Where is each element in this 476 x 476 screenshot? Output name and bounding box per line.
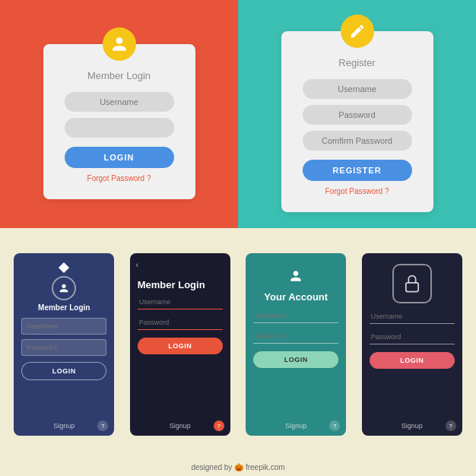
mini-login-btn-4[interactable]: LOGIN (370, 352, 455, 369)
mini-title-2: Member Login (138, 279, 223, 290)
mini-password-4[interactable] (370, 330, 455, 344)
lock-icon (401, 273, 423, 294)
bottom-section: Member Login LOGIN Signup ? ‹ Member Log… (0, 228, 476, 476)
mini-signup-1[interactable]: Signup (53, 422, 75, 430)
mini-username-1[interactable] (21, 318, 106, 335)
member-login-section: Member Login ············ LOGIN Forgot P… (0, 0, 238, 228)
mini-password-3[interactable] (253, 329, 338, 344)
mini-login-btn-3[interactable]: LOGIN (253, 351, 338, 368)
register-forgot-link[interactable]: Forgot Password ? (303, 187, 412, 195)
mini-avatar-3 (284, 264, 308, 288)
login-card-title: Member Login (65, 70, 174, 81)
top-section: Member Login ············ LOGIN Forgot P… (0, 0, 476, 228)
register-button[interactable]: REGISTER (303, 160, 412, 181)
mini-signup-3[interactable]: Signup (285, 422, 306, 430)
avatar-icon (103, 27, 136, 61)
mini-username-4[interactable] (370, 309, 455, 324)
mini-username-3[interactable] (253, 309, 338, 323)
register-avatar-icon (341, 14, 374, 48)
mini-login-btn-1[interactable]: LOGIN (21, 362, 106, 380)
mini-help-4[interactable]: ? (446, 420, 456, 431)
member-login-card: Member Login ············ LOGIN Forgot P… (43, 44, 195, 199)
mini-avatar-1 (52, 276, 76, 300)
mini-signup-4[interactable]: Signup (401, 422, 423, 430)
mini-username-2[interactable] (138, 295, 223, 309)
mini-title-1: Member Login (38, 303, 90, 312)
svg-rect-0 (406, 283, 418, 292)
mini-help-2[interactable]: ? (214, 420, 224, 431)
register-card: Register REGISTER Forgot Password ? (281, 31, 433, 212)
mini-back-arrow[interactable]: ‹ (136, 261, 138, 269)
mini-title-3: Your Account (264, 291, 328, 303)
mini-login-btn-2[interactable]: LOGIN (138, 338, 223, 354)
mini-password-1[interactable] (21, 339, 106, 356)
mini-signup-2[interactable]: Signup (170, 422, 191, 430)
forgot-password-link[interactable]: Forgot Password ? (65, 174, 174, 182)
register-username-input[interactable] (303, 79, 412, 99)
login-button[interactable]: LOGIN (65, 147, 174, 168)
lock-container (392, 264, 432, 303)
register-card-title: Register (303, 57, 412, 68)
username-input[interactable] (65, 92, 174, 112)
password-input[interactable]: ············ (65, 118, 174, 138)
mini-card-3: Your Account LOGIN Signup ? (246, 253, 346, 436)
freepik-footer: designed by 🎃 freepik.com (191, 463, 284, 471)
mini-card-2: ‹ Member Login LOGIN Signup ? (130, 253, 230, 436)
mini-card-4: LOGIN Signup ? (362, 253, 462, 436)
register-password-input[interactable] (303, 105, 412, 125)
mini-card-1: Member Login LOGIN Signup ? (14, 253, 114, 436)
mini-password-2[interactable] (138, 316, 223, 330)
register-section: Register REGISTER Forgot Password ? (238, 0, 476, 228)
register-confirm-input[interactable] (303, 131, 412, 151)
diamond-icon (59, 262, 69, 273)
